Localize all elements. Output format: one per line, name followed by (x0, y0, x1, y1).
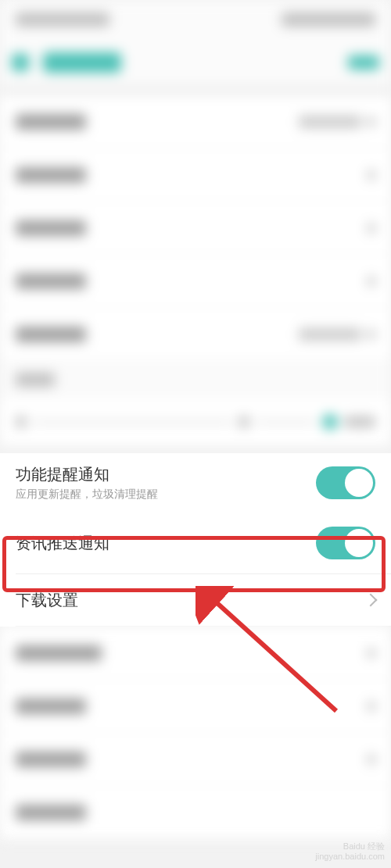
blurred-item-3[interactable] (0, 202, 391, 255)
status-bar-left (16, 13, 109, 27)
nav-bar (0, 39, 391, 86)
nav-title (43, 52, 121, 73)
download-settings-title: 下载设置 (16, 590, 366, 610)
blurred-item-b4[interactable] (0, 786, 391, 839)
blurred-item-5[interactable] (0, 308, 391, 361)
chevron-right-icon (364, 594, 378, 607)
watermark-line1: Baidu 经验 (315, 841, 385, 852)
blurred-item-4[interactable] (0, 255, 391, 308)
blurred-item-2[interactable] (0, 148, 391, 202)
status-bar (0, 0, 391, 39)
notification-settings-section: 功能提醒通知 应用更新提醒，垃圾清理提醒 资讯推送通知 下载设置 (0, 453, 391, 627)
news-push-row[interactable]: 资讯推送通知 (0, 513, 391, 573)
status-bar-right (282, 13, 375, 27)
section-gap (0, 445, 391, 453)
blurred-item-b1[interactable] (0, 627, 391, 680)
blurred-item-b2[interactable] (0, 680, 391, 733)
back-icon[interactable] (12, 54, 29, 71)
news-push-toggle[interactable] (316, 527, 375, 559)
blurred-item-1[interactable] (0, 95, 391, 148)
news-push-title: 资讯推送通知 (16, 533, 316, 553)
feature-reminder-subtitle: 应用更新提醒，垃圾清理提醒 (16, 488, 316, 502)
blurred-item-b3[interactable] (0, 733, 391, 786)
nav-action[interactable] (348, 55, 379, 70)
feature-reminder-row[interactable]: 功能提醒通知 应用更新提醒，垃圾清理提醒 (0, 453, 391, 513)
section-divider (0, 86, 391, 95)
blurred-section-header (0, 361, 391, 398)
watermark: Baidu 经验 jingyan.baidu.com (315, 841, 385, 862)
feature-reminder-toggle[interactable] (316, 466, 375, 499)
blurred-slider-row[interactable] (0, 398, 391, 445)
watermark-line2: jingyan.baidu.com (315, 852, 385, 862)
download-settings-row[interactable]: 下载设置 (0, 574, 391, 626)
feature-reminder-title: 功能提醒通知 (16, 464, 316, 484)
